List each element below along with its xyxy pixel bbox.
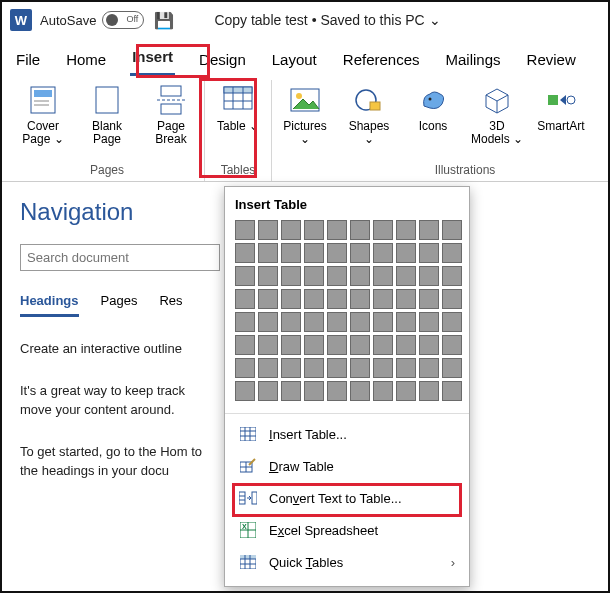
grid-cell[interactable] (258, 335, 278, 355)
grid-cell[interactable] (396, 243, 416, 263)
grid-cell[interactable] (373, 381, 393, 401)
grid-cell[interactable] (396, 335, 416, 355)
grid-cell[interactable] (396, 289, 416, 309)
grid-cell[interactable] (373, 335, 393, 355)
menu-excel-spreadsheet[interactable]: X Excel Spreadsheet (235, 514, 459, 546)
grid-cell[interactable] (235, 289, 255, 309)
grid-cell[interactable] (327, 266, 347, 286)
icons-button[interactable]: Icons (406, 80, 460, 163)
grid-cell[interactable] (235, 335, 255, 355)
grid-cell[interactable] (258, 312, 278, 332)
grid-cell[interactable] (258, 289, 278, 309)
grid-cell[interactable] (373, 358, 393, 378)
grid-cell[interactable] (442, 335, 462, 355)
grid-cell[interactable] (327, 335, 347, 355)
autosave-toggle[interactable]: Off (102, 11, 144, 29)
nav-tab-headings[interactable]: Headings (20, 293, 79, 317)
smartart-button[interactable]: SmartArt (534, 80, 588, 163)
grid-cell[interactable] (419, 358, 439, 378)
menu-insert-table[interactable]: Insert Table... (235, 418, 459, 450)
grid-cell[interactable] (396, 381, 416, 401)
tab-file[interactable]: File (14, 45, 42, 76)
table-button[interactable]: Table ⌄ (211, 80, 265, 163)
grid-cell[interactable] (419, 381, 439, 401)
grid-cell[interactable] (235, 266, 255, 286)
grid-cell[interactable] (281, 243, 301, 263)
grid-cell[interactable] (281, 289, 301, 309)
grid-cell[interactable] (258, 220, 278, 240)
grid-cell[interactable] (396, 312, 416, 332)
chart-button[interactable]: Chart (598, 80, 610, 163)
grid-cell[interactable] (304, 243, 324, 263)
grid-cell[interactable] (350, 381, 370, 401)
grid-cell[interactable] (350, 243, 370, 263)
grid-cell[interactable] (258, 266, 278, 286)
grid-cell[interactable] (419, 266, 439, 286)
grid-cell[interactable] (373, 266, 393, 286)
grid-cell[interactable] (281, 220, 301, 240)
blank-page-button[interactable]: Blank Page (80, 80, 134, 163)
tab-mailings[interactable]: Mailings (444, 45, 503, 76)
cover-page-button[interactable]: Cover Page ⌄ (16, 80, 70, 163)
grid-cell[interactable] (442, 358, 462, 378)
grid-cell[interactable] (373, 243, 393, 263)
grid-cell[interactable] (304, 335, 324, 355)
grid-cell[interactable] (442, 381, 462, 401)
grid-cell[interactable] (419, 335, 439, 355)
grid-cell[interactable] (419, 243, 439, 263)
grid-cell[interactable] (235, 312, 255, 332)
document-title[interactable]: Copy table test • Saved to this PC ⌄ (214, 12, 440, 28)
grid-cell[interactable] (373, 289, 393, 309)
grid-cell[interactable] (419, 220, 439, 240)
tab-references[interactable]: References (341, 45, 422, 76)
grid-cell[interactable] (281, 266, 301, 286)
grid-cell[interactable] (304, 289, 324, 309)
grid-cell[interactable] (304, 312, 324, 332)
grid-cell[interactable] (350, 266, 370, 286)
tab-review[interactable]: Review (525, 45, 578, 76)
grid-cell[interactable] (350, 312, 370, 332)
grid-cell[interactable] (442, 312, 462, 332)
grid-cell[interactable] (350, 220, 370, 240)
grid-cell[interactable] (235, 358, 255, 378)
page-break-button[interactable]: Page Break (144, 80, 198, 163)
grid-cell[interactable] (327, 289, 347, 309)
grid-cell[interactable] (235, 220, 255, 240)
grid-cell[interactable] (350, 358, 370, 378)
search-input[interactable] (20, 244, 220, 271)
grid-cell[interactable] (396, 358, 416, 378)
shapes-button[interactable]: Shapes ⌄ (342, 80, 396, 163)
nav-tab-results[interactable]: Res (159, 293, 182, 317)
menu-convert-text-to-table[interactable]: Convert Text to Table... (235, 482, 459, 514)
grid-cell[interactable] (281, 312, 301, 332)
grid-cell[interactable] (327, 358, 347, 378)
grid-cell[interactable] (442, 289, 462, 309)
grid-cell[interactable] (350, 335, 370, 355)
grid-cell[interactable] (258, 243, 278, 263)
grid-cell[interactable] (327, 381, 347, 401)
grid-cell[interactable] (304, 381, 324, 401)
grid-cell[interactable] (442, 266, 462, 286)
grid-cell[interactable] (258, 358, 278, 378)
grid-cell[interactable] (442, 220, 462, 240)
grid-cell[interactable] (304, 266, 324, 286)
grid-cell[interactable] (281, 335, 301, 355)
menu-quick-tables[interactable]: Quick Tables › (235, 546, 459, 578)
grid-cell[interactable] (281, 381, 301, 401)
grid-cell[interactable] (235, 381, 255, 401)
grid-cell[interactable] (235, 243, 255, 263)
tab-home[interactable]: Home (64, 45, 108, 76)
tab-design[interactable]: Design (197, 45, 248, 76)
grid-cell[interactable] (350, 289, 370, 309)
grid-cell[interactable] (442, 243, 462, 263)
3d-models-button[interactable]: 3D Models ⌄ (470, 80, 524, 163)
tab-layout[interactable]: Layout (270, 45, 319, 76)
grid-cell[interactable] (281, 358, 301, 378)
grid-cell[interactable] (396, 266, 416, 286)
table-size-grid[interactable] (235, 220, 459, 401)
grid-cell[interactable] (396, 220, 416, 240)
grid-cell[interactable] (304, 358, 324, 378)
menu-draw-table[interactable]: Draw Table (235, 450, 459, 482)
grid-cell[interactable] (373, 220, 393, 240)
nav-tab-pages[interactable]: Pages (101, 293, 138, 317)
